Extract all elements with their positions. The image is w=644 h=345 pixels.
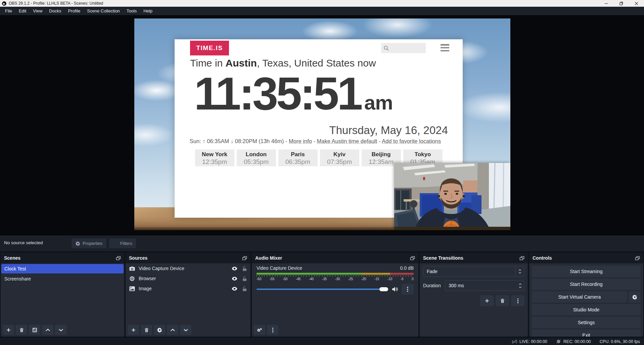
mixer-menu-button[interactable] (267, 325, 278, 335)
source-move-down-button[interactable] (180, 325, 191, 335)
scenes-panel: Scenes Clock Test Screenshare (1, 253, 124, 337)
add-transition-button[interactable] (480, 295, 494, 306)
scene-move-up-button[interactable] (42, 325, 53, 335)
cpu-fps-status: CPU: 0.6%, 30.00 fps (600, 339, 640, 344)
spin-arrows[interactable] (516, 281, 524, 291)
clock-time: 11:35:51 (194, 72, 361, 116)
status-bar: LIVE: 00:00:00 REC: 00:00:00 CPU: 0.6%, … (0, 338, 644, 345)
sources-panel-title: Sources (129, 255, 147, 261)
speaker-icon[interactable] (392, 286, 398, 292)
gear-icon (157, 328, 162, 333)
webcam-video (394, 163, 510, 230)
controls-panel: Controls Start Streaming Start Recording… (529, 253, 643, 337)
restore-button[interactable] (614, 0, 629, 7)
trash-icon (19, 328, 24, 333)
popout-icon[interactable] (635, 256, 640, 260)
remove-scene-button[interactable] (16, 325, 27, 335)
settings-button[interactable]: Settings (532, 317, 641, 328)
scene-item-screenshare[interactable]: Screenshare (1, 274, 124, 284)
source-row-video-capture[interactable]: Video Capture Device (126, 263, 250, 273)
webcam-overlay[interactable] (394, 163, 510, 230)
clock-ampm: am (364, 91, 393, 114)
transition-menu-button[interactable] (511, 295, 524, 306)
more-info-link: More info (289, 138, 312, 144)
lock-icon[interactable] (242, 276, 247, 281)
menu-help[interactable]: Help (140, 7, 156, 14)
chevron-up-icon (518, 269, 521, 271)
preview-canvas[interactable]: TIME.IS Time in Austin, Texas, United St… (134, 18, 510, 230)
visibility-eye-icon[interactable] (232, 276, 237, 281)
menu-scene-collection[interactable]: Scene Collection (84, 7, 123, 14)
menu-file[interactable]: File (2, 7, 15, 14)
scene-transitions-panel: Scene Transitions Fade Duration 300 ms (420, 253, 528, 337)
start-recording-button[interactable]: Start Recording (532, 278, 641, 290)
popout-icon[interactable] (410, 256, 415, 260)
city-box: Kyiv07:35pm (320, 149, 359, 166)
scene-filters-button[interactable] (29, 325, 40, 335)
obs-logo-icon (2, 1, 6, 6)
lock-icon[interactable] (242, 266, 247, 271)
menu-profile[interactable]: Profile (64, 7, 84, 14)
transition-select[interactable]: Fade (423, 266, 524, 277)
minimize-button[interactable] (599, 0, 614, 7)
lock-icon[interactable] (242, 286, 247, 291)
advanced-audio-button[interactable] (254, 325, 265, 335)
popout-icon[interactable] (519, 256, 524, 260)
menu-tools[interactable]: Tools (123, 7, 140, 14)
scene-item-clock-test[interactable]: Clock Test (1, 264, 124, 273)
chevron-up-icon (519, 283, 522, 285)
gear-icon (76, 241, 80, 246)
popout-icon[interactable] (242, 256, 247, 260)
close-button[interactable] (629, 0, 644, 7)
visibility-eye-icon[interactable] (232, 266, 237, 271)
source-row-browser[interactable]: Browser (126, 273, 250, 284)
mixer-level-db: 0.0 dB (400, 265, 414, 271)
trash-icon (144, 328, 149, 333)
virtual-camera-settings-button[interactable] (629, 291, 641, 303)
start-virtual-camera-button[interactable]: Start Virtual Camera (532, 291, 627, 303)
timeis-search-input (381, 43, 426, 53)
chevron-down-icon (518, 272, 521, 274)
source-move-up-button[interactable] (167, 325, 178, 335)
preview-workspace: TIME.IS Time in Austin, Texas, United St… (0, 15, 644, 235)
source-properties-button[interactable] (154, 325, 165, 335)
remove-transition-button[interactable] (496, 295, 509, 306)
volume-slider-handle[interactable] (379, 287, 388, 291)
timeis-sun-line: Sun: ↑ 06:35AM ↓ 08:20PM (13h 46m) - Mor… (175, 138, 456, 144)
start-streaming-button[interactable]: Start Streaming (532, 266, 641, 277)
globe-icon (129, 276, 135, 281)
meter-tick-labels: -60-55-50-45-40-35-30-25-20-15-10-50 (257, 277, 414, 281)
timeis-clock: 11:35:51 am (194, 72, 393, 116)
selected-source-status: No source selected (4, 240, 43, 245)
menu-docks[interactable]: Docks (46, 7, 64, 14)
scenes-panel-title: Scenes (4, 255, 20, 261)
record-inactive-icon (556, 339, 561, 344)
scene-move-down-button[interactable] (55, 325, 66, 335)
remove-source-button[interactable] (141, 325, 152, 335)
menu-view[interactable]: View (30, 7, 46, 14)
add-source-button[interactable] (128, 325, 139, 335)
plus-icon (131, 328, 136, 333)
chevron-up-icon (45, 328, 50, 333)
duration-label: Duration (423, 283, 441, 288)
mixer-channel-menu-button[interactable] (402, 284, 414, 295)
studio-mode-button[interactable]: Studio Mode (532, 304, 641, 315)
make-default-link: Make Austin time default (317, 138, 377, 144)
window-title: OBS 29.1.2 - Profile: LLHLS BETA - Scene… (9, 1, 103, 6)
duration-spinbox[interactable]: 300 ms (445, 280, 524, 291)
source-toolbar: No source selected Properties Filters (0, 235, 644, 251)
exit-button[interactable]: Exit (532, 330, 641, 337)
visibility-eye-icon[interactable] (232, 287, 237, 291)
mixer-channel-name: Video Capture Device (257, 265, 302, 271)
hamburger-menu-icon (441, 44, 449, 51)
live-status: LIVE: 00:00:00 (512, 339, 547, 344)
rec-status: REC: 00:00:00 (556, 339, 591, 344)
properties-button[interactable]: Properties (72, 239, 106, 248)
city-box: London05:35pm (237, 149, 276, 166)
menu-edit[interactable]: Edit (15, 7, 30, 14)
filters-button[interactable]: Filters (109, 239, 136, 248)
source-row-image[interactable]: Image (126, 284, 250, 294)
volume-slider[interactable] (257, 289, 388, 290)
add-scene-button[interactable] (3, 325, 14, 335)
popout-icon[interactable] (116, 256, 121, 260)
